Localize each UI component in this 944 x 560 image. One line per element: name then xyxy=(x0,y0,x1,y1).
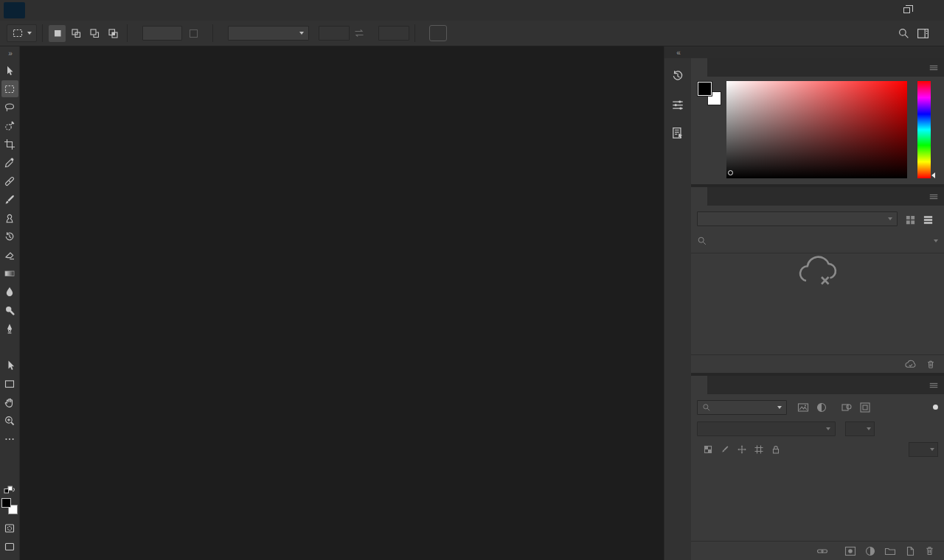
new-layer-button[interactable] xyxy=(904,545,916,557)
color-panel-menu-button[interactable] xyxy=(929,63,939,73)
panel-dock-header[interactable] xyxy=(691,46,944,58)
tab-layers[interactable] xyxy=(691,376,707,394)
new-selection-button[interactable] xyxy=(49,25,66,42)
saturation-brightness-field[interactable] xyxy=(726,81,907,178)
grid-view-button[interactable] xyxy=(903,213,917,226)
swap-width-height-button[interactable] xyxy=(350,24,369,43)
filter-pixel-layers-button[interactable] xyxy=(797,402,809,413)
tool-eyedropper[interactable] xyxy=(1,154,18,171)
lock-all-button[interactable] xyxy=(771,444,781,455)
tool-pen[interactable] xyxy=(1,320,18,337)
height-input[interactable] xyxy=(378,26,409,41)
opacity-field[interactable] xyxy=(845,421,875,436)
list-view-button[interactable] xyxy=(921,213,934,226)
close-button[interactable] xyxy=(919,0,944,21)
foreground-color-swatch[interactable] xyxy=(698,82,712,96)
color-cursor[interactable] xyxy=(728,170,733,175)
expand-toolbar-button[interactable]: » xyxy=(0,49,19,58)
tool-quick-selection[interactable] xyxy=(1,117,18,134)
link-layers-button[interactable] xyxy=(816,545,828,557)
tool-rectangular-marquee[interactable] xyxy=(1,80,18,97)
width-input[interactable] xyxy=(319,26,350,41)
layer-filter-toggle[interactable] xyxy=(933,405,938,410)
tool-move[interactable] xyxy=(1,62,18,79)
stock-search-input[interactable] xyxy=(712,237,929,245)
hue-slider-handle[interactable] xyxy=(931,172,935,178)
tool-spot-healing-brush[interactable] xyxy=(1,172,18,189)
tool-history-brush[interactable] xyxy=(1,228,18,245)
cc-sync-status-button[interactable] xyxy=(904,359,917,369)
tool-gradient[interactable] xyxy=(1,265,18,281)
select-and-mask-button[interactable] xyxy=(429,25,447,41)
panel-foreground-background-colors[interactable] xyxy=(698,82,721,105)
search-button[interactable] xyxy=(894,24,913,43)
default-and-swap-colors-icon[interactable] xyxy=(2,486,17,495)
delete-layer-button[interactable] xyxy=(924,545,935,556)
add-layer-mask-button[interactable] xyxy=(844,545,856,557)
tool-rectangle-shape[interactable] xyxy=(1,375,18,392)
libraries-panel-menu-button[interactable] xyxy=(929,192,939,202)
library-select[interactable] xyxy=(697,211,898,226)
style-select[interactable] xyxy=(228,26,309,41)
expand-panels-button[interactable]: « xyxy=(664,46,691,58)
tool-crop[interactable] xyxy=(1,136,18,153)
smart-objects-filter-icon xyxy=(859,402,871,413)
delete-library-item-button[interactable] xyxy=(926,359,936,370)
lock-image-pixels-button[interactable] xyxy=(720,444,730,455)
properties-panel-button[interactable] xyxy=(666,94,690,116)
layer-filter-type-select[interactable] xyxy=(697,400,787,415)
filter-shape-layers-button[interactable] xyxy=(841,402,853,413)
lock-icon xyxy=(771,444,781,455)
tool-dodge[interactable] xyxy=(1,301,18,318)
new-adjustment-layer-button[interactable] xyxy=(864,545,876,557)
antialias-checkbox[interactable] xyxy=(190,29,198,38)
quick-mask-button[interactable] xyxy=(1,519,18,536)
filter-adjustment-layers-button[interactable] xyxy=(816,402,827,413)
lock-artboard-nesting-button[interactable] xyxy=(754,444,764,455)
blend-mode-select[interactable] xyxy=(697,421,836,436)
feather-input[interactable] xyxy=(142,26,182,41)
foreground-color-swatch[interactable] xyxy=(1,498,11,508)
layers-panel-menu-button[interactable] xyxy=(929,380,939,391)
minimize-button[interactable] xyxy=(869,0,894,21)
tool-eraser[interactable] xyxy=(1,246,18,263)
tool-path-selection[interactable] xyxy=(1,357,18,374)
tool-type[interactable] xyxy=(1,338,18,355)
divider xyxy=(691,253,944,253)
subtract-from-selection-button[interactable] xyxy=(86,25,103,42)
history-panel-button[interactable] xyxy=(666,65,690,87)
foreground-background-colors[interactable] xyxy=(1,498,18,514)
tab-paths[interactable] xyxy=(723,376,740,394)
fill-field[interactable] xyxy=(909,442,938,457)
learn-panel-button[interactable] xyxy=(666,122,690,144)
new-group-button[interactable] xyxy=(884,545,896,557)
document-canvas-area[interactable] xyxy=(20,46,664,560)
tool-preset-picker[interactable] xyxy=(7,24,37,42)
tool-clone-stamp[interactable] xyxy=(1,209,18,226)
tool-zoom[interactable] xyxy=(1,412,18,429)
workspace-switcher-button[interactable] xyxy=(913,24,932,43)
learn-panel-icon xyxy=(671,127,684,140)
restore-button[interactable] xyxy=(894,0,919,21)
photoshop-logo[interactable] xyxy=(4,2,25,18)
tab-adjustments[interactable] xyxy=(707,187,723,206)
tab-color[interactable] xyxy=(691,58,707,77)
tool-brush[interactable] xyxy=(1,191,18,208)
filter-smart-objects-button[interactable] xyxy=(859,402,871,413)
lock-transparent-pixels-button[interactable] xyxy=(703,444,713,455)
tab-channels[interactable] xyxy=(707,376,723,394)
hue-slider[interactable] xyxy=(917,81,931,178)
add-to-selection-button[interactable] xyxy=(67,25,84,42)
intersect-selection-button[interactable] xyxy=(104,25,121,42)
screen-mode-button[interactable] xyxy=(1,538,18,555)
chevron-down-icon xyxy=(826,427,830,430)
stock-search-field[interactable] xyxy=(697,234,938,248)
edit-toolbar-button[interactable] xyxy=(1,430,18,447)
lock-position-button[interactable] xyxy=(737,444,747,455)
tool-lasso[interactable] xyxy=(1,99,18,116)
tab-libraries[interactable] xyxy=(691,187,707,206)
tool-hand[interactable] xyxy=(1,393,18,410)
tool-blur[interactable] xyxy=(1,283,18,300)
tab-swatches[interactable] xyxy=(707,58,723,77)
zoom-tool-icon xyxy=(4,415,15,427)
